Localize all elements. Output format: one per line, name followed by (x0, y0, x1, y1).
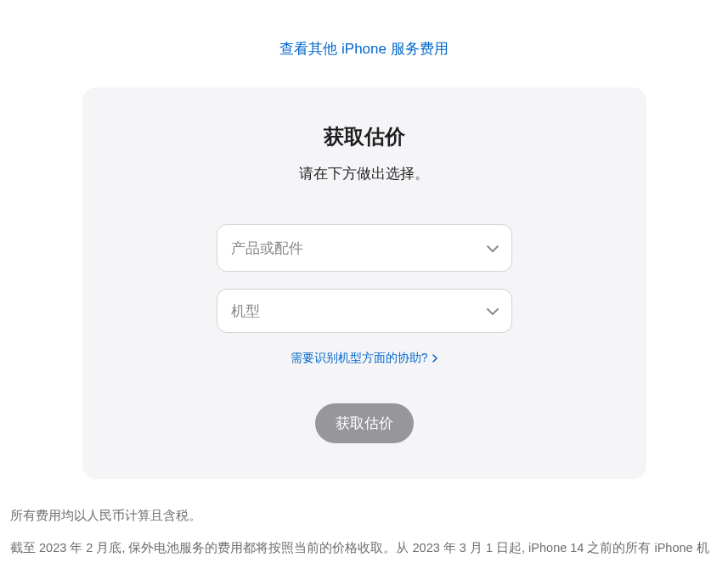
estimate-card: 获取估价 请在下方做出选择。 产品或配件 机型 (82, 87, 646, 479)
top-link-container: 查看其他 iPhone 服务费用 (8, 39, 720, 59)
model-select-wrap: 机型 (217, 289, 512, 333)
other-services-link[interactable]: 查看其他 iPhone 服务费用 (279, 41, 448, 57)
get-estimate-button[interactable]: 获取估价 (315, 403, 414, 443)
footer-line2: 截至 2023 年 2 月底, 保外电池服务的费用都将按照当前的价格收取。从 2… (10, 535, 718, 563)
card-title: 获取估价 (133, 123, 595, 150)
chevron-right-icon (432, 352, 437, 365)
model-select-placeholder: 机型 (231, 301, 260, 321)
card-subtitle: 请在下方做出选择。 (133, 164, 595, 183)
product-select-placeholder: 产品或配件 (231, 239, 303, 258)
help-link-text: 需要识别机型方面的协助? (291, 351, 428, 364)
product-select[interactable]: 产品或配件 (217, 224, 512, 272)
model-help-link[interactable]: 需要识别机型方面的协助? (291, 351, 438, 364)
footer-notes: 所有费用均以人民币计算且含税。 截至 2023 年 2 月底, 保外电池服务的费… (8, 503, 720, 563)
product-select-wrap: 产品或配件 (217, 224, 512, 272)
footer-line2-part1: 截至 2023 年 2 月底, 保外电池服务的费用都将按照当前的价格收取。从 2… (10, 541, 709, 563)
model-select[interactable]: 机型 (217, 289, 512, 333)
help-link-container: 需要识别机型方面的协助? (133, 350, 595, 366)
footer-line1: 所有费用均以人民币计算且含税。 (10, 503, 718, 530)
